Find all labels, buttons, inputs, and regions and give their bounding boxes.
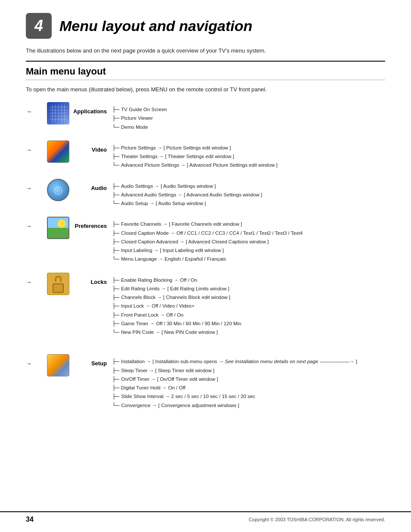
applications-items: ├─ TV Guide On Screen ├─ Picture Viewer … — [112, 100, 385, 131]
left-arrow-setup: → — [26, 352, 43, 367]
video-label: Video — [92, 146, 107, 153]
item-text: Game Timer → Off / 30 Min / 60 Min / 90 … — [121, 320, 385, 327]
item-arrow-icon: ├─ — [112, 358, 119, 365]
item-text: Favorite Channels → [ Favorite Channels … — [121, 221, 385, 228]
item-text: Menu Language → English / Español / Fran… — [121, 255, 385, 263]
audio-items: ├─ Audio Settings → [ Audio Settings win… — [112, 177, 385, 208]
menu-row-applications: → Applications ├─ TV Guide On Screen ├─ … — [26, 100, 385, 131]
item-text: Theater Settings → [ Theater Settings ed… — [121, 153, 385, 160]
item-text: Closed Caption Mode → Off / CC1 / CC2 / … — [121, 230, 385, 237]
menu-layout: → Applications ├─ TV Guide On Screen ├─ … — [26, 100, 385, 417]
item-arrow-icon: └─ — [112, 255, 119, 263]
item-text: Enable Rating Blocking → Off / On — [121, 277, 385, 284]
left-arrow-audio: → — [26, 177, 43, 192]
list-item: ├─ Game Timer → Off / 30 Min / 60 Min / … — [112, 320, 385, 327]
item-text: Installation → [ Installation sub-menu o… — [121, 358, 385, 365]
item-text: Front Panel Lock → Off / On — [121, 311, 385, 319]
item-text: Audio Settings → [ Audio Settings window… — [121, 183, 385, 190]
audio-label: Audio — [91, 185, 107, 191]
item-arrow-icon: ├─ — [112, 220, 119, 228]
item-text: On/Off Timer → [ On/Off Timer edit windo… — [121, 376, 385, 383]
preferences-icon — [47, 217, 69, 239]
item-arrow-icon: ├─ — [112, 293, 119, 301]
left-arrow-preferences: → — [26, 215, 43, 230]
item-text: Sleep Timer → [ Sleep Timer edit window … — [121, 367, 385, 374]
label-area-preferences: Preferences — [73, 215, 112, 229]
item-text: Picture Settings → [ Picture Settings ed… — [121, 144, 385, 152]
list-item: ├─ Closed Caption Advanced → [ Advanced … — [112, 238, 385, 246]
item-arrow-icon: ├─ — [112, 182, 119, 190]
label-area-locks: Locks — [73, 271, 112, 285]
icon-area-setup — [43, 352, 73, 376]
list-item: ├─ Installation → [ Installation sub-men… — [112, 358, 385, 365]
list-item: ├─ Advanced Audio Settings → [ Advanced … — [112, 191, 385, 199]
item-arrow-icon: └─ — [112, 123, 119, 131]
label-area-video: Video — [73, 139, 112, 153]
item-arrow-icon: ├─ — [112, 392, 119, 400]
list-item: └─ New PIN Code → [ New PIN Code window … — [112, 328, 385, 336]
section-divider-bottom — [26, 80, 385, 80]
item-arrow-icon: ├─ — [112, 152, 119, 160]
left-arrow-applications: → — [26, 100, 43, 115]
item-arrow-icon: ├─ — [112, 285, 119, 292]
chapter-header: 4 Menu layout and navigation — [26, 13, 385, 39]
item-arrow-icon: ├─ — [112, 238, 119, 246]
locks-items: ├─ Enable Rating Blocking → Off / On ├─ … — [112, 271, 385, 336]
section-divider-top — [26, 61, 385, 62]
setup-items: ├─ Installation → [ Installation sub-men… — [112, 352, 385, 409]
applications-icon — [47, 102, 69, 124]
arrow-icon-locks: → — [26, 279, 32, 286]
chapter-number: 4 — [26, 13, 52, 39]
label-area-applications: Applications — [73, 100, 112, 115]
icon-area-video — [43, 139, 73, 163]
main-section-heading: Main menu layout — [26, 66, 385, 77]
list-item: ├─ Closed Caption Mode → Off / CC1 / CC2… — [112, 229, 385, 237]
list-item: ├─ Picture Viewer — [112, 114, 385, 122]
item-arrow-icon: ├─ — [112, 311, 119, 319]
item-arrow-icon: ├─ — [112, 384, 119, 392]
list-item: ├─ Slide Show Interval → 2 sec / 5 sec /… — [112, 392, 385, 400]
list-item: ├─ On/Off Timer → [ On/Off Timer edit wi… — [112, 375, 385, 383]
arrow-icon-applications: → — [26, 108, 32, 115]
item-text: Audio Setup → [ Audio Setup window ] — [121, 200, 385, 207]
icon-area-locks — [43, 271, 73, 295]
audio-icon — [47, 179, 69, 201]
list-item: ├─ Audio Settings → [ Audio Settings win… — [112, 182, 385, 190]
item-text: Advanced Audio Settings → [ Advanced Aud… — [121, 191, 385, 199]
item-arrow-icon: ├─ — [112, 229, 119, 237]
item-arrow-icon: └─ — [112, 401, 119, 409]
icon-area-applications — [43, 100, 73, 124]
menu-row-audio: → Audio ├─ Audio Settings → [ Audio Sett… — [26, 177, 385, 208]
page-content: 4 Menu layout and navigation The illustr… — [0, 0, 411, 434]
italic-note: See Installation menu details on next pa… — [225, 359, 318, 364]
item-text: Slide Show Interval → 2 sec / 5 sec / 10… — [121, 393, 385, 400]
list-item: ├─ TV Guide On Screen — [112, 106, 385, 113]
menu-row-video: → Video ├─ Picture Settings → [ Picture … — [26, 139, 385, 169]
item-arrow-icon: └─ — [112, 328, 119, 336]
video-items: ├─ Picture Settings → [ Picture Settings… — [112, 139, 385, 169]
label-area-setup: Setup — [73, 352, 112, 367]
menu-row-preferences: → Preferences ├─ Favorite Channels → [ F… — [26, 215, 385, 263]
item-arrow-icon: ├─ — [112, 106, 119, 113]
item-arrow-icon: └─ — [112, 161, 119, 169]
list-item: ├─ Theater Settings → [ Theater Settings… — [112, 152, 385, 160]
preferences-label: Preferences — [75, 223, 107, 229]
item-arrow-icon: ├─ — [112, 114, 119, 122]
item-text: Closed Caption Advanced → [ Advanced Clo… — [121, 238, 385, 246]
list-item: └─ Demo Mode — [112, 123, 385, 131]
arrow-icon-preferences: → — [26, 223, 32, 230]
list-item: ├─ Front Panel Lock → Off / On — [112, 311, 385, 319]
locks-label: Locks — [90, 279, 107, 285]
item-text: Convergence → [ Convergence adjustment w… — [121, 402, 385, 409]
icon-area-preferences — [43, 215, 73, 239]
list-item: └─ Convergence → [ Convergence adjustmen… — [112, 401, 385, 409]
lock-shackle-icon — [55, 276, 62, 282]
item-arrow-icon: ├─ — [112, 144, 119, 152]
list-item: ├─ Edit Rating Limits → [ Edit Rating Li… — [112, 285, 385, 292]
item-text: Picture Viewer — [121, 115, 385, 122]
item-arrow-icon: └─ — [112, 199, 119, 207]
list-item: ├─ Favorite Channels → [ Favorite Channe… — [112, 220, 385, 228]
intro-text: The illustrations below and on the next … — [26, 47, 385, 54]
setup-label: Setup — [91, 360, 107, 367]
arrow-icon-video: → — [26, 146, 32, 153]
